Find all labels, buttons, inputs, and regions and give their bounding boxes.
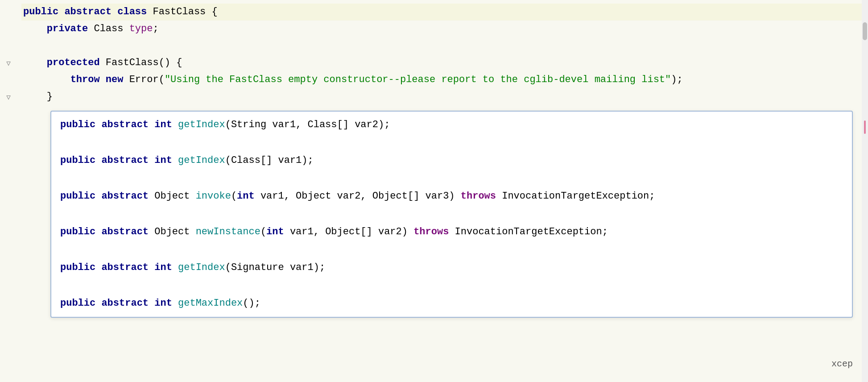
kw-protected: protected (47, 55, 100, 71)
popup-line-1: public abstract int getIndex (String var… (60, 116, 843, 134)
code-line-6: } (21, 88, 862, 105)
popup-line-2: public abstract int getIndex (Class[] va… (60, 152, 843, 170)
kw-public: public (23, 4, 58, 20)
fold-icon-2[interactable]: ▽ (6, 89, 11, 106)
editor-container: ▽ ▽ public abstract class FastClass { pr… (0, 0, 868, 382)
var-type: type (129, 21, 153, 37)
scrollbar[interactable] (862, 0, 868, 382)
kw-abstract: abstract (64, 4, 112, 20)
popup-box: public abstract int getIndex (String var… (50, 111, 853, 318)
popup-line-blank-4 (60, 241, 843, 259)
code-line-5: throw new Error( "Using the FastClass em… (21, 71, 862, 88)
kw-new: new (106, 72, 124, 87)
code-line-4: protected FastClass() { (21, 54, 862, 71)
popup-line-blank-3 (60, 205, 843, 223)
popup-line-6: public abstract int getMaxIndex (); (60, 295, 843, 312)
popup-line-4: public abstract Object newInstance ( int… (60, 223, 843, 241)
kw-private: private (47, 21, 88, 37)
xcep-label: xcep (831, 357, 853, 371)
popup-line-blank-5 (60, 277, 843, 295)
fold-icon-1[interactable]: ▽ (6, 55, 11, 72)
scrollbar-marker (864, 120, 866, 134)
popup-line-blank-2 (60, 170, 843, 187)
string-error-msg: "Using the FastClass empty constructor--… (165, 72, 671, 87)
code-area: public abstract class FastClass { privat… (17, 0, 862, 382)
popup-line-5: public abstract int getIndex (Signature … (60, 259, 843, 277)
popup-line-blank-1 (60, 134, 843, 152)
code-line-2: private Class type ; (21, 21, 862, 37)
code-line-1: public abstract class FastClass { (21, 4, 862, 21)
kw-throw: throw (70, 72, 100, 87)
popup-line-3: public abstract Object invoke ( int var1… (60, 187, 843, 205)
code-line-3 (21, 37, 862, 54)
scrollbar-thumb[interactable] (863, 22, 867, 40)
kw-class: class (117, 4, 147, 20)
gutter: ▽ ▽ (0, 0, 17, 382)
